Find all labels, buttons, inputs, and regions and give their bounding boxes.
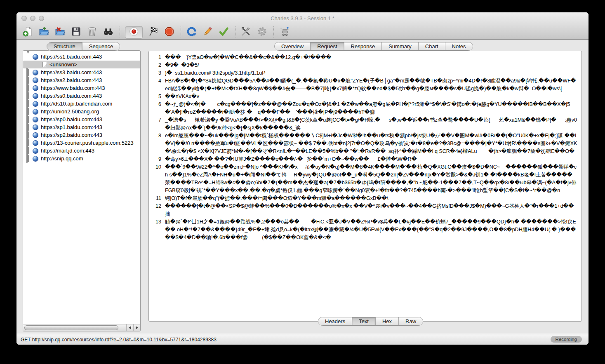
globe-icon (33, 124, 38, 130)
tree-host-row[interactable]: https://sp1.baidu.com:443 (23, 123, 140, 131)
tree-host-row[interactable]: https://sp0.baidu.com:443 (23, 115, 140, 123)
disclosure-collapsed-icon[interactable] (26, 155, 31, 162)
tree-host-row[interactable]: http://union2.50bang.org (23, 108, 140, 115)
validate-button[interactable] (218, 27, 229, 38)
disclosure-collapsed-icon[interactable] (26, 85, 31, 91)
refresh-icon (186, 26, 197, 38)
finish-button[interactable] (148, 27, 159, 38)
disclosure-collapsed-icon[interactable] (26, 148, 31, 154)
shop-button[interactable] (279, 27, 290, 38)
text-line: 6�~た@)�<�|� c�cg����]�z���@��Zou�q�Oz�]&… (151, 101, 577, 116)
scroll-right-button[interactable] (133, 324, 140, 331)
text-line: 5��nVKAx�v (151, 93, 577, 101)
stop-button[interactable] (164, 27, 175, 38)
refresh-button[interactable] (186, 27, 197, 38)
tree-host-row[interactable]: http://ds10.api.baifendian.com (23, 100, 140, 108)
line-text: �~た@)�<�|� c�cg����]�z���@��Zou�q�Oz�]&�… (165, 101, 577, 116)
tab-overview[interactable]: Overview (275, 42, 311, 50)
tree-host-row[interactable]: https://ss3.baidu.com:443 (23, 68, 140, 76)
text-line: 8e�lm躯筷���~�uk���|g�[M��t稷`槎权������〵C$]M… (151, 132, 577, 155)
disclosure-collapsed-icon[interactable] (26, 140, 31, 146)
tab-structure[interactable]: Structure (47, 42, 82, 50)
globe-icon (33, 77, 38, 83)
tab-summary[interactable]: Summary (382, 42, 419, 50)
body-format-tab-bar: HeadersTextHexRaw (318, 317, 423, 326)
tree-host-row[interactable]: http://snip.qq.com (23, 155, 140, 162)
stop-octagon-icon (164, 26, 174, 38)
edit-button[interactable] (202, 27, 213, 38)
tab-text[interactable]: Text (352, 317, 376, 325)
tree-host-row[interactable]: https://mail.jd.com:443 (23, 147, 140, 155)
globe-icon (33, 54, 38, 60)
record-toggle-active (125, 26, 143, 39)
host-tree: https://ss1.baidu.com:443<unknown>https:… (23, 51, 140, 324)
globe-icon (33, 101, 38, 107)
right-arrow-icon (136, 326, 138, 329)
open-session-button[interactable] (38, 27, 49, 38)
tree-item-label: https://mail.jd.com:443 (41, 148, 94, 154)
titlebar[interactable]: Charles 3.9.3 - Session 1 * (16, 12, 589, 25)
line-text: e�lm躯筷���~�uk���|g�[M��t稷`槎权������〵C$]M+… (165, 132, 577, 155)
disclosure-collapsed-icon[interactable] (26, 132, 31, 138)
text-line: 9�命y>6⊥���X� ��?�!U算J�Z����o���/-� 抡��`m… (151, 155, 577, 163)
tree-host-row[interactable]: https://13-courier.push.apple.com:5223 (23, 139, 140, 147)
disclosure-collapsed-icon[interactable] (26, 93, 31, 99)
tree-host-row[interactable]: https://sp2.baidu.com:443 (23, 131, 140, 139)
text-line: 13触�@`�f^凵1H之�=1觊@��踣战%�,2���o芸�� �FiC.<… (151, 218, 577, 242)
tree-host-row[interactable]: https://ss1.baidu.com:443 (23, 53, 140, 61)
tree-item-label: http://ds10.api.baifendian.com (41, 101, 112, 107)
line-number: 10 (151, 163, 161, 195)
tab-chart[interactable]: Chart (419, 42, 445, 50)
disclosure-expanded-icon[interactable] (26, 54, 31, 60)
record-button[interactable] (128, 27, 139, 38)
close-folder-icon (55, 26, 65, 38)
horizontal-scrollbar[interactable] (23, 324, 140, 331)
line-text: �命y>6⊥���X� ��?�!U算J�Z����o���/-� 抡��`m+… (165, 155, 577, 163)
tree-item-label: https://sp1.baidu.com:443 (41, 124, 102, 130)
line-text: ������[�t�@��<SP�$@蚌��%���0�D������o%�x�… (165, 202, 577, 218)
tools-button[interactable] (240, 27, 252, 38)
disclosure-collapsed-icon[interactable] (26, 77, 31, 83)
tab-sequence[interactable]: Sequence (82, 42, 120, 50)
line-number: 1 (151, 54, 161, 61)
clear-session-button[interactable] (87, 27, 98, 38)
toolbar-separator (235, 26, 235, 38)
find-button[interactable] (103, 27, 114, 38)
close-session-button[interactable] (54, 27, 66, 38)
recording-badge: Recording (551, 336, 582, 343)
charles-window: Charles 3.9.3 - Session 1 * (16, 12, 589, 345)
tree-item-label: https://sp2.baidu.com:443 (41, 132, 102, 138)
globe-icon (33, 85, 38, 91)
globe-icon (33, 70, 38, 75)
tree-host-row[interactable]: https://ss2.baidu.com:443 (23, 76, 140, 84)
disclosure-collapsed-icon[interactable] (26, 124, 31, 130)
tab-request[interactable]: Request (311, 42, 344, 50)
text-line: 4FBA�B�!�(�^S#挑鳢QGD���5A��#��l艄�(_�.��氟�… (151, 77, 577, 93)
tree-host-row[interactable]: https://www.baidu.com:443 (23, 84, 140, 92)
tab-notes[interactable]: Notes (445, 42, 473, 50)
line-text: ��� }Y盅aO�w�]�W�C��&��c�&��12.g�+�/���� (165, 54, 577, 61)
statusbar: GET http://snip.qq.com/resources/info.rd… (16, 334, 589, 345)
disclosure-collapsed-icon[interactable] (26, 108, 31, 115)
tree-item-label: https://sp0.baidu.com:443 (41, 116, 102, 122)
new-session-button[interactable] (22, 27, 33, 38)
disclosure-collapsed-icon[interactable] (26, 116, 31, 122)
tree-host-row[interactable]: https://ss0.baidu.com:443 (23, 92, 140, 100)
disclosure-collapsed-icon[interactable] (26, 69, 31, 75)
scroll-left-button[interactable] (126, 324, 133, 331)
request-body-panel: 1��� }Y盅aO�w�]�W�C��&��c�&��12.g�+�/����… (148, 51, 582, 322)
save-session-button[interactable] (71, 27, 82, 38)
line-number: 11 (151, 195, 161, 202)
tab-hex[interactable]: Hex (376, 317, 399, 325)
line-text: ��nVKAx�v (165, 93, 577, 101)
tab-response[interactable]: Response (344, 42, 382, 50)
tab-raw[interactable]: Raw (399, 317, 423, 325)
tree-leaf-row[interactable]: <unknown> (23, 61, 140, 68)
tree-item-label: https://ss0.baidu.com:443 (41, 93, 102, 99)
settings-button[interactable] (257, 27, 268, 38)
scrollbar-thumb[interactable] (24, 325, 118, 330)
tab-headers[interactable]: Headers (318, 317, 352, 325)
request-text-content: 1��� }Y盅aO�w�]�W�C��&��c�&��12.g�+�/����… (149, 51, 581, 321)
text-line: 11钶jO)T�f�扈族��q"(�掳��.���/=阂���O煊�Y���m狮… (151, 195, 577, 202)
disclosure-collapsed-icon[interactable] (26, 101, 31, 107)
